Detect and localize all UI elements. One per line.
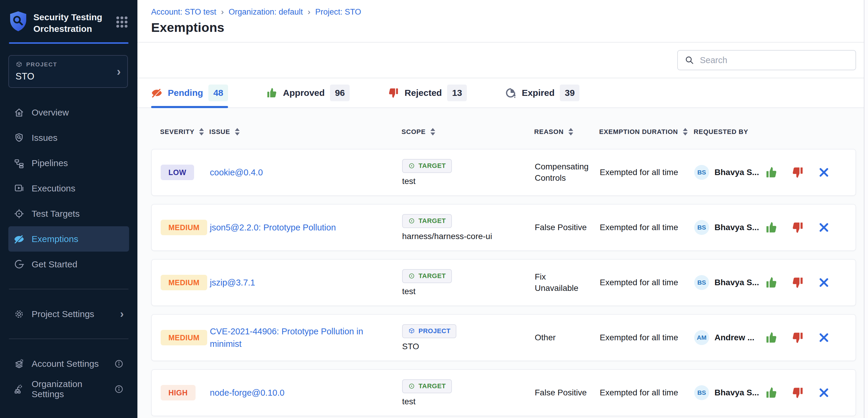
sort-icon[interactable]: [430, 128, 435, 135]
breadcrumb-project-link[interactable]: Project: STO: [315, 7, 361, 17]
target-icon: [408, 272, 415, 280]
avatar: BS: [694, 385, 709, 400]
table-row[interactable]: LOW cookie@0.4.0 TARGET test Compensatin…: [151, 149, 856, 196]
cancel-exemption-button[interactable]: [817, 166, 830, 179]
sidebar-item-label: Issues: [32, 133, 58, 143]
reject-button[interactable]: [792, 166, 804, 179]
column-header-issue[interactable]: ISSUE: [209, 128, 402, 136]
issue-link[interactable]: json5@2.2.0: Prototype Pollution: [210, 221, 336, 234]
reject-button[interactable]: [792, 332, 804, 344]
sidebar-footer-settings: Account Settings: [0, 351, 137, 402]
search-input[interactable]: [700, 56, 849, 65]
app-title: Security Testing Orchestration: [33, 11, 109, 35]
project-selector-value: STO: [16, 71, 57, 82]
reject-button[interactable]: [792, 221, 804, 234]
sidebar-item-account-settings[interactable]: Account Settings: [8, 351, 129, 376]
exemption-status-tabs: Pending 48 Approved 96: [137, 78, 864, 108]
exemption-duration-cell: Exempted for all time: [600, 388, 694, 397]
column-header-reason[interactable]: REASON: [534, 128, 599, 136]
sidebar-nav: Overview Issues: [0, 100, 137, 277]
tab-rejected[interactable]: Rejected 13: [388, 78, 467, 107]
approve-button[interactable]: [765, 221, 778, 234]
table-row[interactable]: MEDIUM jszip@3.7.1 TARGET test Fix Unava…: [151, 259, 856, 306]
search-icon: [684, 55, 694, 65]
breadcrumb-organization-link[interactable]: Organization: default: [228, 7, 303, 17]
info-icon[interactable]: [114, 359, 124, 369]
issue-link[interactable]: node-forge@0.10.0: [210, 386, 284, 399]
sidebar-item-get-started[interactable]: Get Started: [8, 252, 129, 277]
reject-button[interactable]: [792, 386, 804, 399]
sidebar-item-exemptions[interactable]: Exemptions: [8, 226, 129, 252]
table-row[interactable]: MEDIUM CVE-2021-44906: Prototype Polluti…: [151, 314, 856, 361]
cancel-exemption-button[interactable]: [817, 332, 830, 344]
issue-link[interactable]: CVE-2021-44906: Prototype Pollution in m…: [210, 325, 365, 350]
scope-name: test: [402, 397, 415, 407]
requested-by-cell: BS Bhavya S...: [694, 385, 765, 400]
sidebar-item-overview[interactable]: Overview: [8, 100, 129, 125]
reason-cell: Compensating Controls: [535, 161, 600, 184]
breadcrumb: Account: STO test › Organization: defaul…: [151, 7, 856, 17]
row-actions: [765, 276, 856, 289]
approve-button[interactable]: [765, 332, 778, 344]
reject-button[interactable]: [792, 276, 804, 289]
sidebar-item-issues[interactable]: Issues: [8, 125, 129, 150]
cancel-exemption-button[interactable]: [817, 221, 830, 234]
breadcrumb-account-link[interactable]: Account: STO test: [151, 7, 216, 17]
column-header-severity[interactable]: SEVERITY: [160, 128, 209, 136]
severity-badge: MEDIUM: [161, 275, 207, 290]
tab-expired[interactable]: Expired 39: [505, 78, 580, 107]
scope-chip: TARGET: [402, 379, 452, 393]
column-header-requested-by: REQUESTED BY: [693, 128, 765, 136]
requested-by-cell: BS Bhavya S...: [694, 220, 765, 235]
sidebar-divider: [9, 289, 128, 289]
sidebar-item-organization-settings[interactable]: Organization Settings: [8, 376, 129, 402]
sort-icon[interactable]: [568, 128, 573, 135]
module-grid-icon[interactable]: [115, 15, 129, 29]
sidebar-item-executions[interactable]: Executions: [8, 176, 129, 201]
sidebar-item-label: Get Started: [32, 259, 77, 270]
column-header-scope[interactable]: SCOPE: [402, 128, 534, 136]
severity-badge: MEDIUM: [161, 220, 207, 235]
tab-approved[interactable]: Approved 96: [266, 78, 350, 107]
sidebar-item-test-targets[interactable]: Test Targets: [8, 201, 129, 226]
sidebar-item-label: Project Settings: [32, 309, 94, 319]
scope-type-label: TARGET: [418, 382, 446, 390]
search-box[interactable]: [677, 50, 856, 70]
severity-cell: MEDIUM: [161, 220, 210, 235]
info-icon[interactable]: [114, 384, 124, 394]
scope-cell: PROJECT STO: [402, 324, 535, 351]
reason-cell: False Positive: [535, 387, 600, 398]
tab-count-badge: 48: [208, 84, 228, 101]
issue-link[interactable]: jszip@3.7.1: [210, 276, 255, 289]
sort-icon[interactable]: [683, 128, 688, 135]
sidebar-item-project-settings[interactable]: Project Settings ›: [8, 301, 129, 326]
table-row[interactable]: HIGH node-forge@0.10.0 TARGET test False…: [151, 369, 856, 416]
column-header-exemption-duration[interactable]: EXEMPTION DURATION: [599, 128, 693, 136]
scope-chip: TARGET: [402, 214, 452, 228]
table-row[interactable]: MEDIUM json5@2.2.0: Prototype Pollution …: [151, 204, 856, 251]
cancel-exemption-button[interactable]: [817, 276, 830, 289]
exemption-duration-cell: Exempted for all time: [600, 278, 694, 287]
sort-icon[interactable]: [235, 128, 240, 135]
avatar: BS: [694, 220, 709, 235]
approve-button[interactable]: [765, 386, 778, 399]
issue-link[interactable]: cookie@0.4.0: [210, 166, 263, 179]
tab-count-badge: 96: [330, 84, 350, 101]
scope-name: test: [402, 287, 415, 296]
tab-pending[interactable]: Pending 48: [151, 78, 228, 107]
project-selector[interactable]: PROJECT STO ›: [8, 55, 128, 88]
page-title: Exemptions: [151, 20, 856, 35]
cube-icon: [408, 327, 415, 335]
cancel-exemption-button[interactable]: [817, 386, 830, 399]
severity-cell: LOW: [161, 165, 210, 180]
approve-button[interactable]: [765, 166, 778, 179]
requester-name: Andrew ...: [714, 333, 754, 342]
scope-chip: TARGET: [402, 269, 452, 283]
scrollbar-track[interactable]: [864, 0, 868, 418]
scope-cell: TARGET test: [402, 269, 535, 296]
sidebar-item-label: Exemptions: [32, 234, 79, 244]
sidebar-item-pipelines[interactable]: Pipelines: [8, 150, 129, 176]
sort-icon[interactable]: [199, 128, 204, 135]
row-actions: [765, 221, 856, 234]
approve-button[interactable]: [765, 276, 778, 289]
